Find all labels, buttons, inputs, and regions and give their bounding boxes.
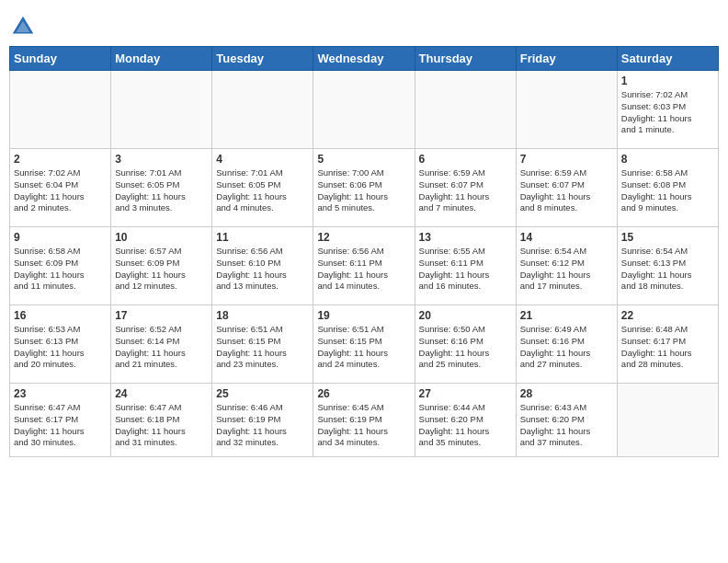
calendar-cell: 14Sunrise: 6:54 AM Sunset: 6:12 PM Dayli… xyxy=(516,227,617,305)
calendar-cell xyxy=(111,71,212,149)
weekday-header-thursday: Thursday xyxy=(415,47,516,71)
calendar-cell: 13Sunrise: 6:55 AM Sunset: 6:11 PM Dayli… xyxy=(415,227,516,305)
weekday-header-friday: Friday xyxy=(516,47,617,71)
day-info: Sunrise: 6:56 AM Sunset: 6:10 PM Dayligh… xyxy=(216,246,309,293)
calendar-cell: 15Sunrise: 6:54 AM Sunset: 6:13 PM Dayli… xyxy=(617,227,718,305)
day-number: 16 xyxy=(14,309,107,322)
day-number: 5 xyxy=(317,153,410,166)
day-number: 27 xyxy=(419,387,512,400)
calendar-cell: 23Sunrise: 6:47 AM Sunset: 6:17 PM Dayli… xyxy=(10,384,111,457)
day-info: Sunrise: 6:46 AM Sunset: 6:19 PM Dayligh… xyxy=(216,402,309,449)
calendar-cell: 8Sunrise: 6:58 AM Sunset: 6:08 PM Daylig… xyxy=(617,149,718,227)
weekday-header-monday: Monday xyxy=(111,47,212,71)
calendar-cell xyxy=(313,71,415,149)
day-info: Sunrise: 6:59 AM Sunset: 6:07 PM Dayligh… xyxy=(419,167,512,214)
calendar-cell: 7Sunrise: 6:59 AM Sunset: 6:07 PM Daylig… xyxy=(516,149,617,227)
calendar-cell xyxy=(516,71,617,149)
day-number: 7 xyxy=(520,153,613,166)
calendar-cell: 18Sunrise: 6:51 AM Sunset: 6:15 PM Dayli… xyxy=(212,305,313,384)
week-row-4: 16Sunrise: 6:53 AM Sunset: 6:13 PM Dayli… xyxy=(10,305,719,384)
weekday-header-wednesday: Wednesday xyxy=(313,47,415,71)
day-number: 20 xyxy=(419,309,512,322)
day-info: Sunrise: 6:53 AM Sunset: 6:13 PM Dayligh… xyxy=(14,324,107,371)
day-info: Sunrise: 6:49 AM Sunset: 6:16 PM Dayligh… xyxy=(520,324,613,371)
day-info: Sunrise: 6:47 AM Sunset: 6:17 PM Dayligh… xyxy=(14,402,107,449)
day-info: Sunrise: 6:44 AM Sunset: 6:20 PM Dayligh… xyxy=(419,402,512,449)
calendar-cell: 2Sunrise: 7:02 AM Sunset: 6:04 PM Daylig… xyxy=(10,149,111,227)
logo xyxy=(9,13,39,40)
day-info: Sunrise: 7:01 AM Sunset: 6:05 PM Dayligh… xyxy=(115,167,208,214)
weekday-header-saturday: Saturday xyxy=(617,47,718,71)
day-info: Sunrise: 6:50 AM Sunset: 6:16 PM Dayligh… xyxy=(419,324,512,371)
calendar-cell: 9Sunrise: 6:58 AM Sunset: 6:09 PM Daylig… xyxy=(10,227,111,305)
calendar-cell: 10Sunrise: 6:57 AM Sunset: 6:09 PM Dayli… xyxy=(111,227,212,305)
day-info: Sunrise: 6:54 AM Sunset: 6:13 PM Dayligh… xyxy=(621,246,714,293)
day-number: 2 xyxy=(14,153,107,166)
day-info: Sunrise: 7:01 AM Sunset: 6:05 PM Dayligh… xyxy=(216,167,309,214)
day-info: Sunrise: 6:54 AM Sunset: 6:12 PM Dayligh… xyxy=(520,246,613,293)
calendar-cell xyxy=(212,71,313,149)
calendar-cell: 4Sunrise: 7:01 AM Sunset: 6:05 PM Daylig… xyxy=(212,149,313,227)
page-header xyxy=(9,9,719,40)
day-info: Sunrise: 6:43 AM Sunset: 6:20 PM Dayligh… xyxy=(520,402,613,449)
day-number: 28 xyxy=(520,387,613,400)
day-number: 11 xyxy=(216,231,309,244)
calendar-table: SundayMondayTuesdayWednesdayThursdayFrid… xyxy=(9,46,719,457)
week-row-1: 1Sunrise: 7:02 AM Sunset: 6:03 PM Daylig… xyxy=(10,71,719,149)
weekday-header-tuesday: Tuesday xyxy=(212,47,313,71)
day-info: Sunrise: 7:00 AM Sunset: 6:06 PM Dayligh… xyxy=(317,167,410,214)
calendar-cell xyxy=(415,71,516,149)
calendar-cell: 25Sunrise: 6:46 AM Sunset: 6:19 PM Dayli… xyxy=(212,384,313,457)
day-number: 1 xyxy=(621,75,714,87)
day-number: 17 xyxy=(115,309,208,322)
day-number: 25 xyxy=(216,387,309,400)
day-info: Sunrise: 6:56 AM Sunset: 6:11 PM Dayligh… xyxy=(317,246,410,293)
week-row-3: 9Sunrise: 6:58 AM Sunset: 6:09 PM Daylig… xyxy=(10,227,719,305)
day-number: 15 xyxy=(621,231,714,244)
calendar-cell: 11Sunrise: 6:56 AM Sunset: 6:10 PM Dayli… xyxy=(212,227,313,305)
day-number: 21 xyxy=(520,309,613,322)
day-info: Sunrise: 6:59 AM Sunset: 6:07 PM Dayligh… xyxy=(520,167,613,214)
calendar-cell: 6Sunrise: 6:59 AM Sunset: 6:07 PM Daylig… xyxy=(415,149,516,227)
day-number: 6 xyxy=(419,153,512,166)
calendar-cell: 28Sunrise: 6:43 AM Sunset: 6:20 PM Dayli… xyxy=(516,384,617,457)
calendar-cell: 1Sunrise: 7:02 AM Sunset: 6:03 PM Daylig… xyxy=(617,71,718,149)
calendar-cell: 19Sunrise: 6:51 AM Sunset: 6:15 PM Dayli… xyxy=(313,305,415,384)
day-info: Sunrise: 7:02 AM Sunset: 6:04 PM Dayligh… xyxy=(14,167,107,214)
day-info: Sunrise: 6:52 AM Sunset: 6:14 PM Dayligh… xyxy=(115,324,208,371)
day-info: Sunrise: 6:51 AM Sunset: 6:15 PM Dayligh… xyxy=(317,324,410,371)
day-info: Sunrise: 6:57 AM Sunset: 6:09 PM Dayligh… xyxy=(115,246,208,293)
day-number: 18 xyxy=(216,309,309,322)
calendar-cell: 20Sunrise: 6:50 AM Sunset: 6:16 PM Dayli… xyxy=(415,305,516,384)
day-number: 13 xyxy=(419,231,512,244)
day-number: 19 xyxy=(317,309,410,322)
calendar-cell: 24Sunrise: 6:47 AM Sunset: 6:18 PM Dayli… xyxy=(111,384,212,457)
calendar-cell: 3Sunrise: 7:01 AM Sunset: 6:05 PM Daylig… xyxy=(111,149,212,227)
day-info: Sunrise: 6:51 AM Sunset: 6:15 PM Dayligh… xyxy=(216,324,309,371)
day-number: 23 xyxy=(14,387,107,400)
day-info: Sunrise: 6:58 AM Sunset: 6:08 PM Dayligh… xyxy=(621,167,714,214)
day-number: 9 xyxy=(14,231,107,244)
calendar-cell: 21Sunrise: 6:49 AM Sunset: 6:16 PM Dayli… xyxy=(516,305,617,384)
day-info: Sunrise: 6:58 AM Sunset: 6:09 PM Dayligh… xyxy=(14,246,107,293)
day-number: 10 xyxy=(115,231,208,244)
day-info: Sunrise: 7:02 AM Sunset: 6:03 PM Dayligh… xyxy=(621,89,714,136)
calendar-cell xyxy=(10,71,111,149)
week-row-5: 23Sunrise: 6:47 AM Sunset: 6:17 PM Dayli… xyxy=(10,384,719,457)
calendar-cell xyxy=(617,384,718,457)
calendar-cell: 12Sunrise: 6:56 AM Sunset: 6:11 PM Dayli… xyxy=(313,227,415,305)
day-number: 12 xyxy=(317,231,410,244)
calendar-cell: 22Sunrise: 6:48 AM Sunset: 6:17 PM Dayli… xyxy=(617,305,718,384)
weekday-header-sunday: Sunday xyxy=(10,47,111,71)
calendar-cell: 5Sunrise: 7:00 AM Sunset: 6:06 PM Daylig… xyxy=(313,149,415,227)
calendar-cell: 17Sunrise: 6:52 AM Sunset: 6:14 PM Dayli… xyxy=(111,305,212,384)
day-info: Sunrise: 6:55 AM Sunset: 6:11 PM Dayligh… xyxy=(419,246,512,293)
calendar-cell: 27Sunrise: 6:44 AM Sunset: 6:20 PM Dayli… xyxy=(415,384,516,457)
week-row-2: 2Sunrise: 7:02 AM Sunset: 6:04 PM Daylig… xyxy=(10,149,719,227)
day-info: Sunrise: 6:45 AM Sunset: 6:19 PM Dayligh… xyxy=(317,402,410,449)
day-number: 14 xyxy=(520,231,613,244)
logo-icon xyxy=(9,13,37,40)
day-number: 26 xyxy=(317,387,410,400)
day-number: 8 xyxy=(621,153,714,166)
calendar-cell: 16Sunrise: 6:53 AM Sunset: 6:13 PM Dayli… xyxy=(10,305,111,384)
